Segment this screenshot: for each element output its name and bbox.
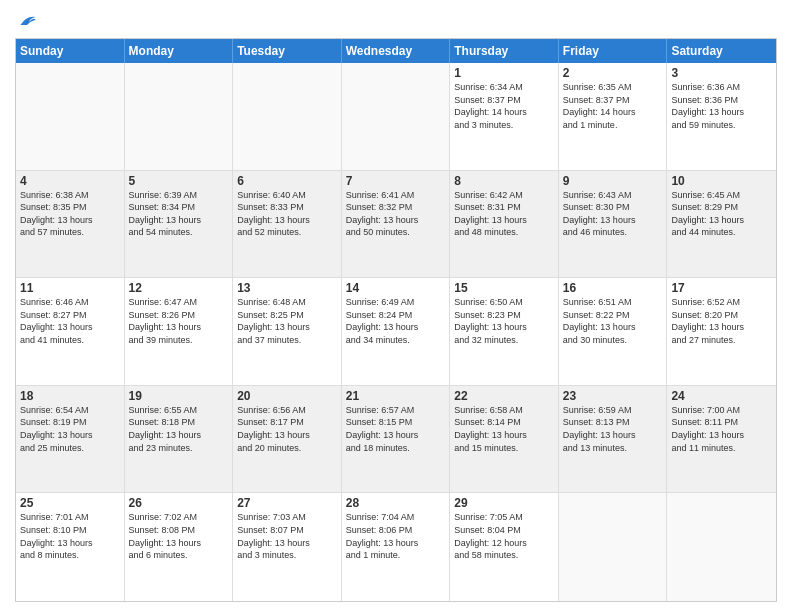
day-info: Sunrise: 6:40 AMSunset: 8:33 PMDaylight:… <box>237 189 337 239</box>
day-info: Sunrise: 6:55 AMSunset: 8:18 PMDaylight:… <box>129 404 229 454</box>
day-info: Sunrise: 7:05 AMSunset: 8:04 PMDaylight:… <box>454 511 554 561</box>
day-cell <box>559 493 668 601</box>
day-cell: 1Sunrise: 6:34 AMSunset: 8:37 PMDaylight… <box>450 63 559 170</box>
day-cell: 6Sunrise: 6:40 AMSunset: 8:33 PMDaylight… <box>233 171 342 278</box>
day-number: 14 <box>346 281 446 295</box>
week-row-5: 25Sunrise: 7:01 AMSunset: 8:10 PMDayligh… <box>16 493 776 601</box>
day-info: Sunrise: 7:02 AMSunset: 8:08 PMDaylight:… <box>129 511 229 561</box>
week-row-3: 11Sunrise: 6:46 AMSunset: 8:27 PMDayligh… <box>16 278 776 386</box>
day-number: 20 <box>237 389 337 403</box>
week-row-4: 18Sunrise: 6:54 AMSunset: 8:19 PMDayligh… <box>16 386 776 494</box>
day-cell: 17Sunrise: 6:52 AMSunset: 8:20 PMDayligh… <box>667 278 776 385</box>
day-number: 4 <box>20 174 120 188</box>
day-info: Sunrise: 6:43 AMSunset: 8:30 PMDaylight:… <box>563 189 663 239</box>
day-number: 11 <box>20 281 120 295</box>
day-info: Sunrise: 7:04 AMSunset: 8:06 PMDaylight:… <box>346 511 446 561</box>
day-info: Sunrise: 6:59 AMSunset: 8:13 PMDaylight:… <box>563 404 663 454</box>
day-number: 17 <box>671 281 772 295</box>
day-info: Sunrise: 6:46 AMSunset: 8:27 PMDaylight:… <box>20 296 120 346</box>
day-cell: 14Sunrise: 6:49 AMSunset: 8:24 PMDayligh… <box>342 278 451 385</box>
day-cell: 11Sunrise: 6:46 AMSunset: 8:27 PMDayligh… <box>16 278 125 385</box>
day-cell: 8Sunrise: 6:42 AMSunset: 8:31 PMDaylight… <box>450 171 559 278</box>
day-info: Sunrise: 6:58 AMSunset: 8:14 PMDaylight:… <box>454 404 554 454</box>
day-number: 2 <box>563 66 663 80</box>
day-cell: 16Sunrise: 6:51 AMSunset: 8:22 PMDayligh… <box>559 278 668 385</box>
day-number: 15 <box>454 281 554 295</box>
day-cell: 9Sunrise: 6:43 AMSunset: 8:30 PMDaylight… <box>559 171 668 278</box>
day-number: 23 <box>563 389 663 403</box>
day-info: Sunrise: 6:36 AMSunset: 8:36 PMDaylight:… <box>671 81 772 131</box>
day-cell: 22Sunrise: 6:58 AMSunset: 8:14 PMDayligh… <box>450 386 559 493</box>
day-info: Sunrise: 6:57 AMSunset: 8:15 PMDaylight:… <box>346 404 446 454</box>
calendar-header: SundayMondayTuesdayWednesdayThursdayFrid… <box>16 39 776 63</box>
day-header-friday: Friday <box>559 39 668 63</box>
day-number: 28 <box>346 496 446 510</box>
day-info: Sunrise: 6:34 AMSunset: 8:37 PMDaylight:… <box>454 81 554 131</box>
day-header-monday: Monday <box>125 39 234 63</box>
day-number: 29 <box>454 496 554 510</box>
day-cell <box>16 63 125 170</box>
day-info: Sunrise: 6:35 AMSunset: 8:37 PMDaylight:… <box>563 81 663 131</box>
day-number: 24 <box>671 389 772 403</box>
day-number: 7 <box>346 174 446 188</box>
day-info: Sunrise: 6:47 AMSunset: 8:26 PMDaylight:… <box>129 296 229 346</box>
day-info: Sunrise: 6:50 AMSunset: 8:23 PMDaylight:… <box>454 296 554 346</box>
day-number: 22 <box>454 389 554 403</box>
day-number: 3 <box>671 66 772 80</box>
day-header-saturday: Saturday <box>667 39 776 63</box>
day-number: 12 <box>129 281 229 295</box>
day-cell: 19Sunrise: 6:55 AMSunset: 8:18 PMDayligh… <box>125 386 234 493</box>
day-info: Sunrise: 6:51 AMSunset: 8:22 PMDaylight:… <box>563 296 663 346</box>
day-cell: 20Sunrise: 6:56 AMSunset: 8:17 PMDayligh… <box>233 386 342 493</box>
day-info: Sunrise: 6:49 AMSunset: 8:24 PMDaylight:… <box>346 296 446 346</box>
day-cell: 2Sunrise: 6:35 AMSunset: 8:37 PMDaylight… <box>559 63 668 170</box>
day-number: 18 <box>20 389 120 403</box>
day-info: Sunrise: 6:54 AMSunset: 8:19 PMDaylight:… <box>20 404 120 454</box>
day-cell: 24Sunrise: 7:00 AMSunset: 8:11 PMDayligh… <box>667 386 776 493</box>
day-header-tuesday: Tuesday <box>233 39 342 63</box>
day-info: Sunrise: 6:45 AMSunset: 8:29 PMDaylight:… <box>671 189 772 239</box>
week-row-2: 4Sunrise: 6:38 AMSunset: 8:35 PMDaylight… <box>16 171 776 279</box>
day-header-wednesday: Wednesday <box>342 39 451 63</box>
day-cell <box>667 493 776 601</box>
day-cell: 23Sunrise: 6:59 AMSunset: 8:13 PMDayligh… <box>559 386 668 493</box>
day-info: Sunrise: 6:41 AMSunset: 8:32 PMDaylight:… <box>346 189 446 239</box>
day-cell: 4Sunrise: 6:38 AMSunset: 8:35 PMDaylight… <box>16 171 125 278</box>
day-number: 16 <box>563 281 663 295</box>
day-cell: 3Sunrise: 6:36 AMSunset: 8:36 PMDaylight… <box>667 63 776 170</box>
day-info: Sunrise: 6:48 AMSunset: 8:25 PMDaylight:… <box>237 296 337 346</box>
day-cell: 21Sunrise: 6:57 AMSunset: 8:15 PMDayligh… <box>342 386 451 493</box>
day-cell: 28Sunrise: 7:04 AMSunset: 8:06 PMDayligh… <box>342 493 451 601</box>
day-header-sunday: Sunday <box>16 39 125 63</box>
day-cell: 29Sunrise: 7:05 AMSunset: 8:04 PMDayligh… <box>450 493 559 601</box>
day-cell <box>342 63 451 170</box>
day-cell: 26Sunrise: 7:02 AMSunset: 8:08 PMDayligh… <box>125 493 234 601</box>
day-info: Sunrise: 6:52 AMSunset: 8:20 PMDaylight:… <box>671 296 772 346</box>
logo-bird-icon <box>17 10 37 30</box>
day-number: 5 <box>129 174 229 188</box>
day-cell: 12Sunrise: 6:47 AMSunset: 8:26 PMDayligh… <box>125 278 234 385</box>
day-cell: 25Sunrise: 7:01 AMSunset: 8:10 PMDayligh… <box>16 493 125 601</box>
day-number: 10 <box>671 174 772 188</box>
day-number: 9 <box>563 174 663 188</box>
day-number: 27 <box>237 496 337 510</box>
day-cell: 7Sunrise: 6:41 AMSunset: 8:32 PMDaylight… <box>342 171 451 278</box>
day-cell: 15Sunrise: 6:50 AMSunset: 8:23 PMDayligh… <box>450 278 559 385</box>
day-number: 25 <box>20 496 120 510</box>
day-info: Sunrise: 6:56 AMSunset: 8:17 PMDaylight:… <box>237 404 337 454</box>
day-info: Sunrise: 7:01 AMSunset: 8:10 PMDaylight:… <box>20 511 120 561</box>
day-number: 6 <box>237 174 337 188</box>
day-cell: 13Sunrise: 6:48 AMSunset: 8:25 PMDayligh… <box>233 278 342 385</box>
logo <box>15 10 37 30</box>
day-cell: 5Sunrise: 6:39 AMSunset: 8:34 PMDaylight… <box>125 171 234 278</box>
day-header-thursday: Thursday <box>450 39 559 63</box>
day-cell: 10Sunrise: 6:45 AMSunset: 8:29 PMDayligh… <box>667 171 776 278</box>
day-number: 21 <box>346 389 446 403</box>
day-number: 13 <box>237 281 337 295</box>
calendar-body: 1Sunrise: 6:34 AMSunset: 8:37 PMDaylight… <box>16 63 776 601</box>
day-number: 26 <box>129 496 229 510</box>
page-header <box>15 10 777 30</box>
day-cell: 27Sunrise: 7:03 AMSunset: 8:07 PMDayligh… <box>233 493 342 601</box>
day-cell <box>233 63 342 170</box>
day-info: Sunrise: 7:00 AMSunset: 8:11 PMDaylight:… <box>671 404 772 454</box>
